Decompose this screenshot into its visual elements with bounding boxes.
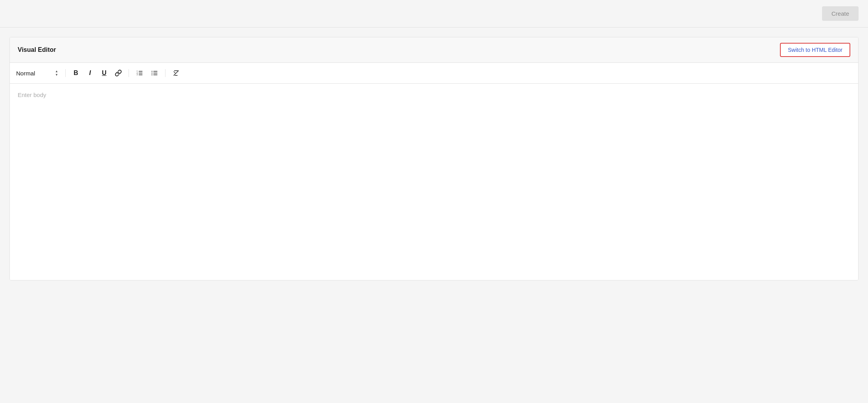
create-button[interactable]: Create bbox=[822, 6, 859, 21]
link-icon bbox=[115, 70, 122, 77]
clear-format-icon bbox=[172, 70, 180, 77]
editor-title: Visual Editor bbox=[18, 46, 56, 53]
editor-placeholder: Enter body bbox=[18, 92, 46, 98]
unordered-list-icon bbox=[151, 70, 158, 77]
italic-button[interactable]: I bbox=[84, 67, 96, 79]
svg-text:3: 3 bbox=[137, 73, 138, 76]
editor-body[interactable]: Enter body bbox=[10, 84, 858, 280]
underline-button[interactable]: U bbox=[98, 67, 110, 79]
bold-button[interactable]: B bbox=[70, 67, 82, 79]
svg-point-11 bbox=[152, 74, 153, 75]
svg-point-9 bbox=[152, 71, 153, 71]
svg-point-10 bbox=[152, 73, 153, 73]
ordered-list-icon: 1 2 3 bbox=[136, 70, 143, 77]
toolbar-divider-2 bbox=[129, 69, 129, 77]
clear-format-button[interactable] bbox=[169, 67, 183, 79]
format-select[interactable]: Normal Heading 1 Heading 2 Heading 3 Hea… bbox=[16, 70, 58, 77]
ordered-list-button[interactable]: 1 2 3 bbox=[133, 67, 146, 79]
editor-container: Visual Editor Switch to HTML Editor Norm… bbox=[9, 37, 859, 280]
toolbar-divider-3 bbox=[165, 69, 166, 77]
svg-line-12 bbox=[174, 71, 178, 75]
link-button[interactable] bbox=[112, 67, 125, 79]
toolbar-divider-1 bbox=[65, 69, 66, 77]
editor-header: Visual Editor Switch to HTML Editor bbox=[10, 37, 858, 63]
main-content: Visual Editor Switch to HTML Editor Norm… bbox=[0, 27, 868, 290]
toolbar: Normal Heading 1 Heading 2 Heading 3 Hea… bbox=[10, 63, 858, 84]
unordered-list-button[interactable] bbox=[148, 67, 161, 79]
switch-to-html-button[interactable]: Switch to HTML Editor bbox=[780, 43, 850, 57]
format-select-wrapper[interactable]: Normal Heading 1 Heading 2 Heading 3 Hea… bbox=[16, 70, 58, 77]
top-bar: Create bbox=[0, 0, 868, 27]
